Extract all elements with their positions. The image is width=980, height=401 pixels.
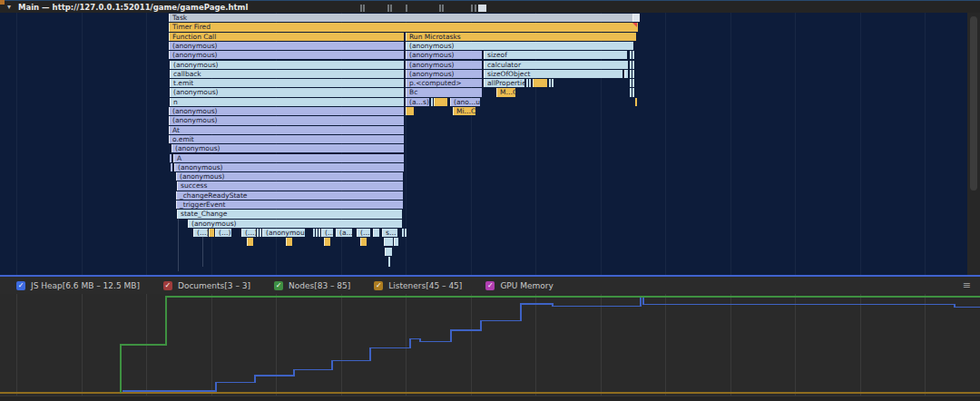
- flame-bar[interactable]: s…: [382, 229, 397, 237]
- flame-bar[interactable]: (anonymous): [170, 61, 404, 69]
- flame-bar[interactable]: (a…s): [406, 98, 429, 106]
- flame-bar[interactable]: [529, 79, 531, 87]
- flame-bar[interactable]: [313, 229, 315, 237]
- flame-bar[interactable]: [632, 88, 634, 96]
- flame-bar[interactable]: allProperties: [484, 79, 524, 87]
- flame-bar[interactable]: n: [170, 98, 404, 106]
- flame-bar[interactable]: (…): [241, 229, 256, 237]
- flame-bar[interactable]: (anonymous): [170, 88, 404, 96]
- flame-bar[interactable]: (anonymous): [188, 220, 402, 228]
- main-thread-track[interactable]: ▾ Main — http://127.0.0.1:52011/game/gam…: [0, 0, 980, 275]
- flame-bar[interactable]: [388, 257, 390, 267]
- flame-bar[interactable]: [431, 98, 433, 106]
- flame-bar[interactable]: [434, 98, 447, 106]
- flame-bar[interactable]: [318, 229, 320, 237]
- flame-bar[interactable]: Bc: [406, 88, 482, 96]
- flame-bar[interactable]: [635, 98, 637, 106]
- flame-bar[interactable]: (anonymous): [172, 144, 404, 152]
- flame-bar[interactable]: [247, 238, 253, 246]
- flame-bar[interactable]: p.<computed>: [406, 79, 482, 87]
- flame-bar[interactable]: [405, 229, 407, 237]
- flame-bar[interactable]: callback: [170, 70, 404, 78]
- flame-bar[interactable]: (anonymous): [406, 61, 482, 69]
- flame-bar[interactable]: [316, 229, 318, 237]
- flame-bar[interactable]: sizeOfObject: [484, 70, 622, 78]
- flame-bar[interactable]: Task: [169, 14, 632, 22]
- flame-bar[interactable]: [630, 61, 632, 69]
- flame-bar[interactable]: Run Microtasks: [406, 33, 636, 41]
- flame-bar[interactable]: (anonymous): [406, 42, 633, 50]
- flame-bar[interactable]: [170, 154, 172, 162]
- scrollbar-thumb[interactable]: [970, 16, 977, 191]
- gridline: [795, 13, 796, 275]
- legend-checkbox[interactable]: ✓: [16, 281, 25, 290]
- flame-bar[interactable]: M…C: [496, 88, 515, 96]
- flame-bar[interactable]: [630, 51, 632, 59]
- flame-bar[interactable]: _triggerEvent: [176, 200, 403, 209]
- memory-counters-graph[interactable]: [0, 294, 980, 396]
- vertical-scrollbar[interactable]: [967, 13, 980, 275]
- flame-bar[interactable]: [552, 79, 554, 87]
- flame-bar[interactable]: (anonymous): [262, 229, 305, 237]
- flame-bar[interactable]: [360, 238, 367, 246]
- flame-bar[interactable]: [632, 14, 640, 22]
- flame-bar[interactable]: [394, 238, 398, 246]
- flame-bar[interactable]: At: [169, 126, 404, 134]
- flame-bar[interactable]: (anonymous): [174, 163, 404, 171]
- flame-bar[interactable]: [630, 79, 632, 87]
- flame-bar[interactable]: (…): [193, 229, 208, 237]
- flame-bar[interactable]: [624, 70, 628, 78]
- flame-bar[interactable]: [632, 70, 634, 78]
- track-header[interactable]: ▾ Main — http://127.0.0.1:52011/game/gam…: [0, 1, 980, 13]
- flame-bar[interactable]: Timer Fired: [169, 23, 638, 31]
- legend-checkbox[interactable]: ✓: [274, 281, 283, 290]
- flame-bar[interactable]: (anonymous): [406, 51, 482, 59]
- flame-bar[interactable]: [630, 88, 632, 96]
- flame-bar[interactable]: [549, 79, 551, 87]
- flame-bar[interactable]: state_Change: [177, 210, 402, 218]
- flame-bar[interactable]: [526, 79, 528, 87]
- flame-bar[interactable]: [171, 163, 172, 171]
- collapse-triangle-icon[interactable]: ▾: [7, 2, 11, 13]
- flame-bar[interactable]: (a…): [336, 229, 352, 237]
- flame-bar[interactable]: [257, 229, 259, 237]
- flame-bar[interactable]: [632, 79, 634, 87]
- flame-bar[interactable]: (…: [321, 229, 333, 237]
- flame-bar[interactable]: Function Call: [169, 33, 404, 41]
- legend-checkbox[interactable]: ✓: [163, 281, 172, 290]
- legend-checkbox[interactable]: ✓: [485, 281, 495, 290]
- flame-bar[interactable]: [632, 51, 634, 59]
- flame-bar[interactable]: (anonymous): [176, 172, 403, 181]
- flame-bar[interactable]: [630, 70, 632, 78]
- flame-bar[interactable]: [209, 229, 214, 237]
- flame-bar[interactable]: (anonymous): [169, 51, 404, 59]
- flame-bar[interactable]: (anonymous): [406, 70, 482, 78]
- flame-bar[interactable]: o.emit: [169, 135, 404, 143]
- flame-bar[interactable]: (anonymous): [169, 42, 404, 50]
- flame-bar[interactable]: _changeReadyState: [176, 191, 403, 200]
- flame-bar[interactable]: (anonymous): [169, 107, 404, 115]
- flame-bar[interactable]: [286, 238, 292, 246]
- flame-bar[interactable]: success: [177, 181, 403, 190]
- flame-bar[interactable]: [385, 248, 392, 256]
- flame-bar[interactable]: [632, 61, 634, 69]
- flame-bar[interactable]: t.emit: [170, 79, 404, 87]
- flame-bar[interactable]: [324, 238, 330, 246]
- flame-bar[interactable]: [533, 79, 547, 87]
- flame-bar[interactable]: [402, 229, 404, 237]
- flame-bar[interactable]: sizeof: [484, 51, 627, 59]
- flame-bar[interactable]: Mi…C: [453, 107, 475, 115]
- flame-bar[interactable]: calculator: [484, 61, 628, 69]
- flame-bar[interactable]: [260, 229, 261, 237]
- flame-bar[interactable]: (…): [215, 229, 231, 237]
- flame-bar[interactable]: (ano…us): [450, 98, 480, 106]
- counters-plot[interactable]: [0, 294, 980, 396]
- flame-bar[interactable]: A: [173, 154, 404, 162]
- flame-bar[interactable]: (…: [357, 229, 370, 237]
- flame-bar[interactable]: [384, 238, 393, 246]
- flame-bar[interactable]: [373, 229, 379, 237]
- hamburger-menu-icon[interactable]: ≡: [963, 281, 971, 290]
- flame-bar[interactable]: [406, 107, 414, 115]
- flame-bar[interactable]: (anonymous): [169, 116, 404, 124]
- legend-checkbox[interactable]: ✓: [374, 281, 383, 290]
